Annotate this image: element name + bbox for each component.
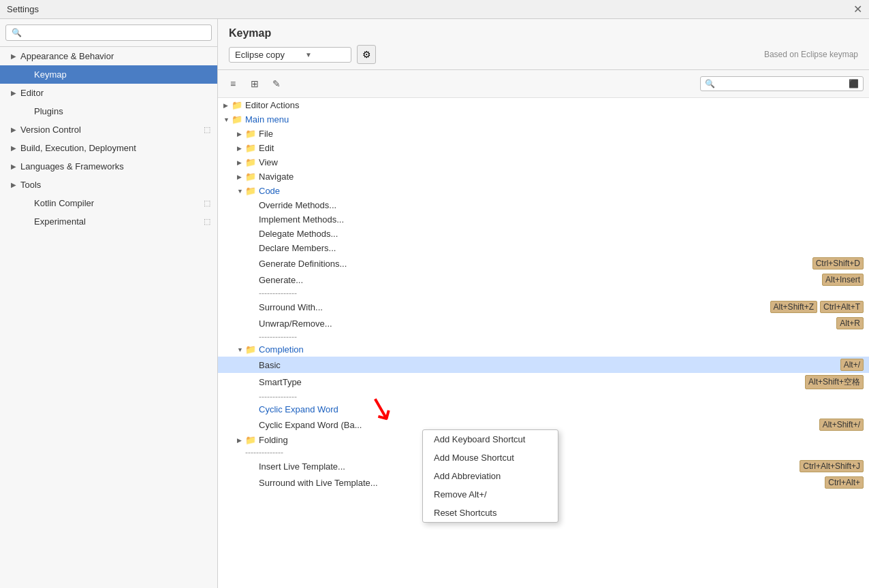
tree-item-label: Delegate Methods... [259,229,864,239]
tree-folder[interactable]: ▼📁Completion [218,342,869,357]
right-header: Keymap Eclipse copy ▼ ⚙ Based on Eclipse… [218,19,869,70]
sidebar-item-kotlin-compiler[interactable]: Kotlin Compiler⬚ [0,194,217,212]
sidebar-item-editor[interactable]: ▶Editor [0,84,217,102]
folder-icon: 📁 [245,143,256,153]
shortcut-badge: Alt+Shift+空格 [805,375,864,389]
tree-item[interactable]: BasicAlt+/ [218,357,869,373]
sidebar-item-label: Editor [20,88,44,98]
tree-item-label: Edit [259,143,864,153]
keymap-select-caret: ▼ [305,51,312,59]
expand-arrow: ▶ [11,52,16,60]
tree-item-label: Editor Actions [245,100,864,110]
tree-item-label: File [259,129,864,139]
folder-icon: 📁 [245,344,256,355]
tree-item-label: Main menu [245,114,864,125]
expand-arrow: ▶ [11,126,16,133]
external-icon: ⬚ [204,125,210,134]
tree-arrow-icon: ▶ [237,437,245,444]
tree-folder[interactable]: ▶📁Navigate [218,169,869,184]
keymap-selector-row: Eclipse copy ▼ ⚙ Based on Eclipse keymap [229,45,858,64]
sidebar-search-input[interactable] [5,24,212,41]
collapse-all-button[interactable]: ≡ [223,74,242,93]
tree-item[interactable]: SmartTypeAlt+Shift+空格 [218,373,869,391]
shortcut-badge: Alt+R [836,317,864,329]
tree-arrow-icon: ▼ [237,346,245,353]
toolbar-row: ≡ ⊞ ✎ 🔍 ⬛ [218,70,869,98]
gear-button[interactable]: ⚙ [357,45,376,64]
sidebar-item-keymap[interactable]: Keymap [0,65,217,84]
tree-item[interactable]: Generate Definitions...Ctrl+Shift+D [218,255,869,272]
context-menu-item-add-mouse-shortcut[interactable]: Add Mouse Shortcut [423,448,558,467]
tree-folder[interactable]: ▼📁Main menu [218,112,869,127]
tree-item-label: Implement Methods... [259,214,864,225]
tree-item[interactable]: Override Methods... [218,198,869,212]
context-menu-item-add-abbreviation[interactable]: Add Abbreviation [423,467,558,485]
expand-all-button[interactable]: ⊞ [245,74,264,93]
expand-arrow: ▶ [11,163,16,170]
context-menu-item-reset-shortcuts[interactable]: Reset Shortcuts [423,504,558,522]
edit-button[interactable]: ✎ [267,74,286,93]
shortcut-badge: Alt+Shift+/ [819,419,864,431]
tree-item[interactable]: Generate...Alt+Insert [218,272,869,288]
sidebar-item-label: Experimental [34,216,86,227]
sidebar-item-plugins[interactable]: Plugins [0,102,217,120]
title-bar: Settings ✕ [0,0,869,19]
keymap-select-value: Eclipse copy [235,50,285,60]
tree-item[interactable]: Unwrap/Remove...Alt+R [218,315,869,331]
context-menu-item-remove-alt[interactable]: Remove Alt+/ [423,485,558,504]
shortcut-badge: Alt+Insert [822,274,864,286]
tree-item-label: Surround With... [259,302,768,312]
external-icon: ⬚ [204,217,210,226]
tree-folder[interactable]: ▶📁File [218,127,869,141]
tree-separator: -------------- [218,331,869,342]
shortcut-badge: Ctrl+Alt+ [825,476,864,489]
shortcut-badge: Ctrl+Shift+D [812,257,864,270]
expand-arrow: ▶ [11,144,16,152]
tree-item-label: Generate... [259,275,819,285]
expand-arrow: ▶ [11,181,16,189]
tree-item[interactable]: Delegate Methods... [218,227,869,241]
tree-arrow-icon: ▶ [223,102,232,109]
tree-folder[interactable]: ▶📁View [218,155,869,169]
shortcut-badge: Ctrl+Alt+Shift+J [800,460,864,472]
tree-item-label: Generate Definitions... [259,259,810,269]
sidebar-item-tools[interactable]: ▶Tools [0,176,217,194]
keymap-select[interactable]: Eclipse copy ▼ [229,47,351,63]
right-panel: Keymap Eclipse copy ▼ ⚙ Based on Eclipse… [218,19,869,588]
tree-folder[interactable]: ▼📁Code [218,184,869,198]
tree-container: ▶📁Editor Actions▼📁Main menu▶📁File▶📁Edit▶… [218,98,869,588]
tree-arrow-icon: ▶ [237,145,245,152]
tree-item[interactable]: Surround With...Alt+Shift+ZCtrl+Alt+T [218,299,869,315]
folder-icon: 📁 [245,129,256,139]
tree-item[interactable]: Declare Members... [218,241,869,255]
sidebar-item-appearance--behavior[interactable]: ▶Appearance & Behavior [0,47,217,65]
folder-icon: 📁 [245,186,256,196]
sidebar: ▶Appearance & BehaviorKeymap▶EditorPlugi… [0,19,218,588]
main-container: ▶Appearance & BehaviorKeymap▶EditorPlugi… [0,19,869,588]
sidebar-item-label: Kotlin Compiler [34,198,94,208]
sidebar-item-languages--frameworks[interactable]: ▶Languages & Frameworks [0,157,217,176]
sidebar-item-label: Plugins [34,106,63,116]
tree-item-label: SmartType [259,377,802,387]
tree-separator: -------------- [218,391,869,402]
tree-folder[interactable]: ▶📁Edit [218,141,869,155]
tree-arrow-icon: ▼ [237,188,245,195]
sidebar-item-experimental[interactable]: Experimental⬚ [0,212,217,231]
close-button[interactable]: ✕ [853,3,862,16]
tree-separator: -------------- [218,288,869,299]
sidebar-item-build-execution-deployment[interactable]: ▶Build, Execution, Deployment [0,139,217,157]
tree-folder[interactable]: ▶📁Editor Actions [218,98,869,112]
sidebar-item-version-control[interactable]: ▶Version Control⬚ [0,120,217,139]
context-menu: Add Keyboard ShortcutAdd Mouse ShortcutA… [422,429,558,523]
sidebar-item-label: Keymap [34,69,67,80]
sidebar-item-label: Version Control [20,125,81,135]
tree-item[interactable]: Implement Methods... [218,212,869,227]
search-options-icon[interactable]: ⬛ [849,79,859,88]
tree-item-label: Navigate [259,172,864,182]
sidebar-item-label: Appearance & Behavior [20,51,114,61]
folder-icon: 📁 [245,157,256,167]
search-input[interactable] [718,79,846,88]
context-menu-item-add-keyboard-shortcut[interactable]: Add Keyboard Shortcut [423,430,558,448]
tree-item[interactable]: Cyclic Expand Word [218,402,869,416]
tree-arrow-icon: ▶ [237,131,245,137]
